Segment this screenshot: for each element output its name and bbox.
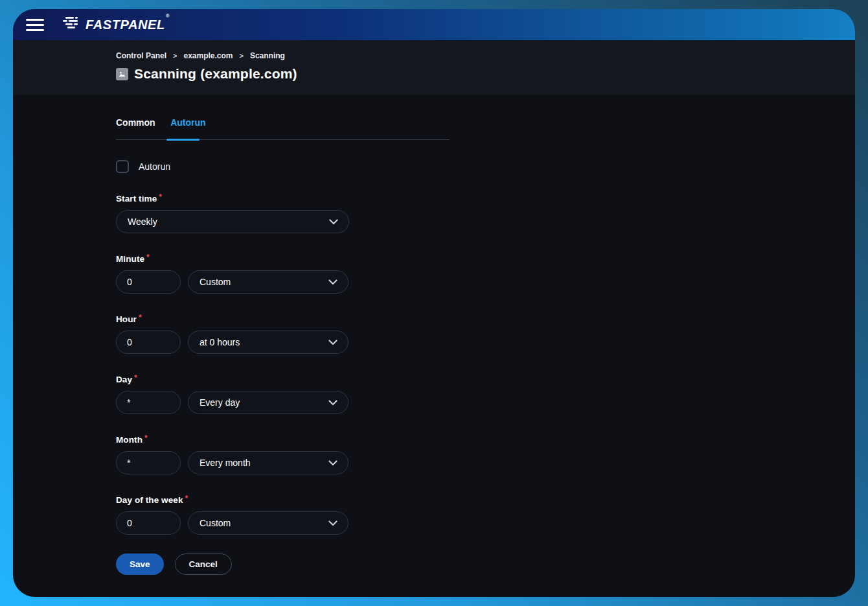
chevron-down-icon [328,457,337,469]
active-tab-indicator [166,139,200,141]
start-time-label: Start time* [116,194,836,204]
month-group: Month* Every month [116,435,836,474]
app-frame: FASTPANEL® Control Panel > example.com >… [0,0,868,606]
save-button[interactable]: Save [116,554,164,575]
day-group: Day* Every day [116,375,836,414]
month-select[interactable]: Every month [188,451,348,474]
breadcrumb-separator-icon: > [240,52,244,60]
breadcrumb: Control Panel > example.com > Scanning [116,51,836,60]
day-of-week-input[interactable] [116,511,181,535]
cancel-button[interactable]: Cancel [175,554,232,575]
required-marker: * [159,192,162,202]
required-marker: * [185,494,188,503]
hour-input[interactable] [116,331,181,354]
breadcrumb-item-scanning[interactable]: Scanning [250,51,285,60]
day-label: Day* [116,375,836,384]
start-time-select[interactable]: Weekly [116,210,349,233]
top-navigation-bar: FASTPANEL® [13,9,855,40]
tab-common[interactable]: Common [116,117,155,128]
menu-button[interactable] [21,14,49,36]
chevron-down-icon [329,216,338,227]
required-marker: * [144,434,148,443]
hamburger-icon [26,19,44,21]
required-marker: * [134,373,137,382]
hamburger-icon [26,29,44,31]
hamburger-icon [26,24,44,26]
tab-autorun[interactable]: Autorun [170,117,205,128]
chevron-down-icon [328,397,337,408]
hour-select[interactable]: at 0 hours [188,331,348,354]
image-icon [116,68,128,80]
form-actions: Save Cancel [116,554,836,575]
minute-group: Minute* Custom [116,254,836,294]
chevron-down-icon [328,276,337,288]
month-label: Month* [116,435,836,445]
hour-label: Hour* [116,314,836,324]
day-select[interactable]: Every day [188,391,348,414]
breadcrumb-separator-icon: > [173,52,177,60]
required-marker: * [139,313,142,322]
content-area: Common Autorun Autorun Start time* Weekl… [13,95,855,575]
day-input[interactable] [116,391,181,414]
page-header: Control Panel > example.com > Scanning S… [13,40,855,95]
day-of-week-label: Day of the week* [116,495,836,505]
breadcrumb-item-domain[interactable]: example.com [183,51,233,60]
minute-label: Minute* [116,254,836,264]
required-marker: * [146,253,150,262]
hour-group: Hour* at 0 hours [116,314,836,354]
registered-mark: ® [166,13,170,19]
chevron-down-icon [328,336,337,348]
fastpanel-logo[interactable]: FASTPANEL® [62,16,169,33]
day-of-week-group: Day of the week* Custom [116,495,836,535]
day-of-week-select[interactable]: Custom [188,511,348,535]
start-time-group: Start time* Weekly [116,194,836,233]
main-panel: FASTPANEL® Control Panel > example.com >… [13,9,855,597]
minute-select[interactable]: Custom [188,270,348,294]
page-title: Scanning (example.com) [134,66,297,82]
breadcrumb-item-control-panel[interactable]: Control Panel [116,51,166,60]
brand-name: FASTPANEL® [86,17,169,32]
minute-input[interactable] [116,270,181,294]
autorun-checkbox[interactable] [116,160,129,173]
autorun-checkbox-row: Autorun [116,160,836,173]
tab-bar: Common Autorun [116,117,450,140]
month-input[interactable] [116,451,181,474]
autorun-checkbox-label[interactable]: Autorun [139,161,170,172]
chevron-down-icon [328,517,337,529]
fastpanel-logo-icon [62,16,80,33]
